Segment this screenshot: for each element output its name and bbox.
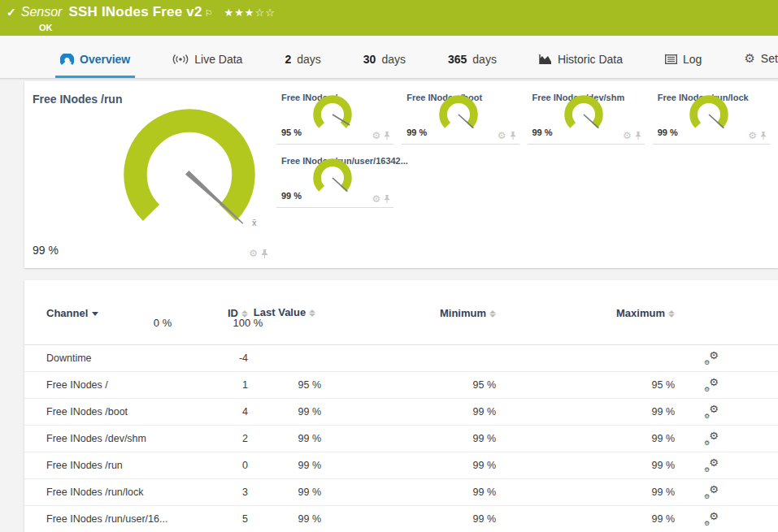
tab-30-days[interactable]: 30 days	[359, 53, 411, 78]
gauges-panel: Free INodes /run x̄ 0 % 100 % 99 % ⚙ Fre…	[24, 81, 778, 268]
pin-icon[interactable]	[384, 132, 390, 140]
small-gauge-free-inodes-devshm: Free INodes /dev/shm 99 % ⚙	[528, 81, 645, 145]
small-gauge-free-inodes-root: Free INodes / 95 % ⚙	[276, 81, 393, 145]
small-gauge-free-inodes-runlock: Free INodes /run/lock 99 % ⚙	[653, 81, 770, 145]
main-gauge-title: Free INodes /run	[33, 93, 122, 106]
gauge-settings-icon[interactable]: ⚙	[748, 131, 757, 141]
small-gauge-dial	[437, 93, 480, 136]
gauge-icon	[60, 54, 74, 66]
sorted-desc-icon	[92, 312, 98, 316]
tab-settings[interactable]: ⚙ Settings	[739, 51, 778, 78]
tab-log[interactable]: Log	[660, 53, 706, 78]
gauge-settings-icon[interactable]: ⚙	[372, 131, 380, 141]
col-minimum[interactable]: Minimum	[321, 307, 496, 319]
edit-channel-gears-icon[interactable]: ⚙⚙	[704, 378, 719, 391]
tab-historic-data[interactable]: Historic Data	[534, 53, 628, 78]
empty-cell	[653, 145, 770, 208]
tab-live-data[interactable]: Live Data	[167, 53, 247, 78]
status-check-icon: ✓	[7, 6, 16, 19]
sort-icon	[489, 310, 496, 318]
small-gauge-dial	[562, 93, 606, 136]
gauge-settings-icon[interactable]: ⚙	[372, 194, 380, 204]
broadcast-icon	[172, 54, 189, 65]
table-row[interactable]: Free INodes /run/user/16... 5 99 % 99 % …	[24, 506, 778, 532]
small-gauge-free-inodes-runuser: Free INodes /run/user/16342... 99 % ⚙	[276, 145, 393, 208]
col-maximum[interactable]: Maximum	[496, 307, 675, 319]
edit-channel-gears-icon[interactable]: ⚙⚙	[704, 404, 719, 417]
small-gauge-free-inodes-boot: Free INodes /boot 99 % ⚙	[402, 81, 519, 145]
pin-icon[interactable]	[510, 132, 516, 140]
sort-icon	[309, 309, 315, 317]
gauge-min-label: 0 %	[138, 317, 187, 329]
status-badge: OK	[39, 23, 770, 32]
tab-365-days[interactable]: 365 days	[443, 53, 502, 78]
table-row[interactable]: Free INodes /dev/shm 2 99 % 99 % 99 % ⚙⚙	[24, 426, 778, 452]
edit-channel-gears-icon[interactable]: ⚙⚙	[704, 512, 719, 525]
edit-channel-gears-icon[interactable]: ⚙⚙	[704, 431, 719, 444]
average-marker: x̄	[252, 218, 257, 227]
pin-icon[interactable]	[635, 132, 641, 140]
tab-2-days[interactable]: 2 days	[280, 53, 325, 78]
table-header-row: Channel ID Last Value Minimum Maximum	[24, 282, 778, 345]
page-content: Free INodes /run x̄ 0 % 100 % 99 % ⚙ Fre…	[0, 79, 778, 532]
flag-icon[interactable]: ⚐	[205, 8, 213, 19]
sensor-type-label: Sensor	[21, 5, 63, 19]
edit-channel-gears-icon[interactable]: ⚙⚙	[704, 458, 719, 471]
small-gauge-dial	[311, 93, 354, 136]
pin-icon[interactable]	[261, 249, 268, 258]
main-gauge-dial	[112, 97, 267, 252]
sensor-header: ✓ Sensor SSH INodes Free v2 ⚐ ★★★☆☆ OK	[0, 0, 778, 36]
main-gauge-value: 99 %	[33, 244, 59, 257]
tab-overview[interactable]: Overview	[55, 53, 135, 78]
gauge-settings-icon[interactable]: ⚙	[623, 131, 632, 141]
gauge-settings-icon[interactable]: ⚙	[498, 131, 506, 141]
table-row[interactable]: Free INodes /boot 4 99 % 99 % 99 % ⚙⚙	[24, 399, 778, 426]
empty-cell	[528, 145, 645, 208]
sensor-title: SSH INodes Free v2	[68, 4, 202, 20]
edit-channel-gears-icon[interactable]: ⚙⚙	[704, 351, 719, 364]
small-gauge-dial	[311, 156, 354, 200]
main-gauge-free-inodes-run: Free INodes /run x̄ 0 % 100 % 99 % ⚙	[24, 81, 276, 266]
empty-cell	[402, 145, 519, 208]
pin-icon[interactable]	[760, 132, 767, 140]
table-row[interactable]: Free INodes / 1 95 % 95 % 95 % ⚙⚙	[24, 372, 778, 399]
priority-stars[interactable]: ★★★☆☆	[224, 6, 276, 19]
table-row[interactable]: Free INodes /run 0 99 % 99 % 99 % ⚙⚙	[24, 452, 778, 479]
gauge-settings-icon[interactable]: ⚙	[249, 249, 258, 258]
small-gauge-dial	[687, 93, 731, 136]
pin-icon[interactable]	[384, 195, 390, 203]
area-chart-icon	[539, 54, 552, 65]
gear-icon: ⚙	[744, 51, 754, 66]
sort-icon	[668, 310, 675, 318]
gauge-max-label: 100 %	[224, 317, 272, 329]
table-row[interactable]: Downtime -4 ⚙⚙	[24, 345, 778, 372]
tab-bar: Overview Live Data 2 days 30 days 365 da…	[0, 36, 778, 79]
log-icon	[665, 54, 677, 64]
table-row[interactable]: Free INodes /run/lock 3 99 % 99 % 99 % ⚙…	[24, 479, 778, 506]
edit-channel-gears-icon[interactable]: ⚙⚙	[704, 485, 719, 498]
